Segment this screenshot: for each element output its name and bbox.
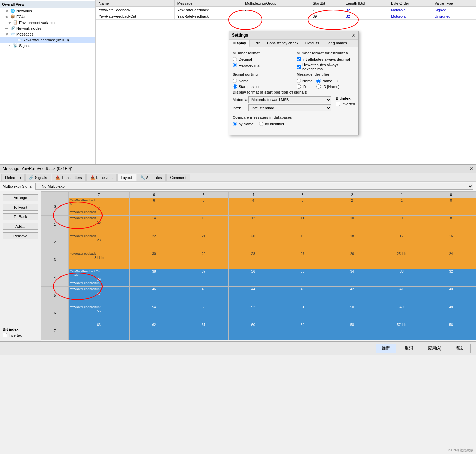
tab-attributes[interactable]: 🔧 Attributes [137, 174, 166, 181]
multiplexor-select[interactable]: -- No Multiplexor -- [35, 183, 473, 190]
grid-cell-r5c5[interactable]: 42 [327, 287, 377, 304]
grid-cell-r4c0[interactable]: YawRateFeedbackCnt_msb39YawRateFeedbackC… [69, 269, 130, 287]
grid-cell-r5c4[interactable]: 43 [278, 287, 327, 304]
toback-button[interactable]: To Back [3, 213, 38, 220]
grid-cell-r7c3[interactable]: 60 [228, 322, 278, 340]
settings-close-btn[interactable]: ✕ [352, 32, 356, 38]
grid-cell-r5c3[interactable]: 44 [228, 287, 278, 304]
grid-cell-r6c5[interactable]: 50 [327, 304, 377, 322]
radio-msgid-name[interactable]: Name [297, 79, 312, 83]
sidebar-item-ecus[interactable]: ⊕ 📦 ECUs [0, 14, 95, 19]
grid-cell-r0c5[interactable]: 2 [327, 198, 377, 216]
message-close-btn[interactable]: ✕ [469, 166, 473, 171]
grid-cell-r5c6[interactable]: 41 [377, 287, 426, 304]
grid-cell-r0c4[interactable]: 3 [278, 198, 327, 216]
radio-msgid-id[interactable]: ID [297, 84, 312, 89]
bit-inverted-option[interactable]: Inverted [3, 333, 38, 337]
radio-hexadecimal[interactable]: Hexadecimal [233, 63, 291, 67]
compare-name-radio[interactable] [233, 122, 237, 126]
tab-comment[interactable]: Comment [166, 174, 190, 181]
grid-cell-r5c2[interactable]: 45 [179, 287, 228, 304]
grid-cell-r5c0[interactable]: YawRateFeedbackCnt47 [69, 287, 130, 304]
grid-cell-r2c2[interactable]: 21 [179, 233, 228, 251]
radio-compare-id[interactable]: by Identifier [259, 122, 284, 126]
grid-cell-r4c7[interactable]: 32 [426, 269, 476, 287]
grid-cell-r4c5[interactable]: 34 [327, 269, 377, 287]
grid-cell-r0c6[interactable]: 1 [377, 198, 426, 216]
msgid-name-radio[interactable] [297, 79, 301, 83]
grid-cell-r2c3[interactable]: 20 [228, 233, 278, 251]
hexadecimal-radio[interactable] [233, 63, 237, 67]
sidebar-item-yawrate[interactable]: ─ 📨 YawRateFeedback (0x1E9) [0, 37, 95, 43]
grid-cell-r3c1[interactable]: 30 [130, 251, 179, 269]
grid-cell-r7c1[interactable]: 62 [130, 322, 179, 340]
tab-defaults[interactable]: Defaults [302, 40, 323, 47]
sidebar-item-messages[interactable]: ⊕ 📨 Messages [0, 31, 95, 37]
sidebar-item-network-nodes[interactable]: ─ 🔗 Network nodes [0, 25, 95, 31]
add-button[interactable]: Add... [3, 223, 38, 230]
grid-cell-r3c2[interactable]: 29 [179, 251, 228, 269]
remove-button[interactable]: Remove [3, 232, 38, 239]
motorola-select[interactable]: Motorola forward MSB Motorola forward LS… [248, 96, 331, 103]
help-button[interactable]: 帮助 [450, 344, 471, 353]
grid-cell-r5c1[interactable]: 46 [130, 287, 179, 304]
grid-cell-r7c2[interactable]: 61 [179, 322, 228, 340]
grid-cell-r4c2[interactable]: 37 [179, 269, 228, 287]
int-decimal-checkbox[interactable] [297, 57, 301, 61]
grid-cell-r6c6[interactable]: 49 [377, 304, 426, 322]
grid-cell-r2c1[interactable]: 22 [130, 233, 179, 251]
hex-hex-checkbox[interactable] [297, 65, 301, 69]
bit-inverted-checkbox[interactable] [3, 333, 7, 337]
grid-cell-r2c0[interactable]: YawRateFeedback23 [69, 233, 130, 251]
sidebar-item-networks[interactable]: ⊕ 🌐 Networks [0, 8, 95, 14]
tab-edit[interactable]: Edit [250, 40, 263, 47]
radio-msgid-idname[interactable]: ID [Name] [316, 84, 339, 89]
grid-cell-r2c5[interactable]: 18 [327, 233, 377, 251]
sidebar-item-signals[interactable]: ∧ 📡 Signals [0, 43, 95, 48]
tab-transmitters[interactable]: 📤 Transmitters [52, 174, 86, 181]
confirm-button[interactable]: 确定 [376, 344, 396, 353]
intel-select[interactable]: Intel standard Intel reversed [248, 104, 331, 111]
radio-decimal[interactable]: Decimal [233, 57, 291, 61]
grid-cell-r1c6[interactable]: 9 [377, 216, 426, 233]
grid-cell-r0c0[interactable]: YawRateFeedback07YawRateFeedback [69, 198, 130, 216]
compare-id-radio[interactable] [259, 122, 263, 126]
grid-cell-r7c5[interactable]: 58 [327, 322, 377, 340]
tofront-button[interactable]: To Front [3, 204, 38, 211]
apply-button[interactable]: 应用(A) [422, 344, 447, 353]
tab-receivers[interactable]: 📥 Receivers [86, 174, 117, 181]
inverted-checkbox-option[interactable]: Inverted [336, 102, 355, 106]
grid-cell-r7c7[interactable]: 56 [426, 322, 476, 340]
grid-cell-r3c4[interactable]: 27 [278, 251, 327, 269]
radio-sort-name[interactable]: Name [233, 79, 291, 83]
tab-consistency-check[interactable]: Consistency check [263, 40, 302, 47]
grid-cell-r0c7[interactable]: 0 [426, 198, 476, 216]
cancel-button[interactable]: 取消 [399, 344, 419, 353]
grid-cell-r2c4[interactable]: 19 [278, 233, 327, 251]
tab-signals[interactable]: 🔗 Signals [25, 174, 51, 181]
tab-display[interactable]: Display [229, 40, 250, 47]
grid-cell-r1c2[interactable]: 13 [179, 216, 228, 233]
grid-cell-r1c0[interactable]: YawRateFeedback15 [69, 216, 130, 233]
inverted-checkbox[interactable] [336, 102, 340, 106]
grid-cell-r1c3[interactable]: 12 [228, 216, 278, 233]
msgid-nameid-radio[interactable] [316, 79, 321, 83]
grid-cell-r1c7[interactable]: 8 [426, 216, 476, 233]
checkbox-hex-hexadecimal[interactable]: Hex-attributes always hexadecimal [297, 63, 355, 71]
msgid-idname-radio[interactable] [316, 84, 321, 89]
sort-startpos-radio[interactable] [233, 84, 237, 89]
grid-cell-r6c1[interactable]: 54 [130, 304, 179, 322]
grid-cell-r0c1[interactable]: 6 [130, 198, 179, 216]
grid-cell-r6c4[interactable]: 51 [278, 304, 327, 322]
grid-cell-r0c3[interactable]: 4 [228, 198, 278, 216]
checkbox-int-decimal[interactable]: Int-attributes always decimal [297, 57, 355, 61]
grid-cell-r1c1[interactable]: 14 [130, 216, 179, 233]
grid-cell-r4c4[interactable]: 35 [278, 269, 327, 287]
radio-compare-name[interactable]: by Name [233, 122, 254, 126]
grid-cell-r5c7[interactable]: 40 [426, 287, 476, 304]
radio-sort-start-pos[interactable]: Start position [233, 84, 291, 89]
grid-cell-r3c5[interactable]: 26 [327, 251, 377, 269]
grid-cell-r6c7[interactable]: 48 [426, 304, 476, 322]
sort-name-radio[interactable] [233, 79, 237, 83]
grid-cell-r2c7[interactable]: 16 [426, 233, 476, 251]
